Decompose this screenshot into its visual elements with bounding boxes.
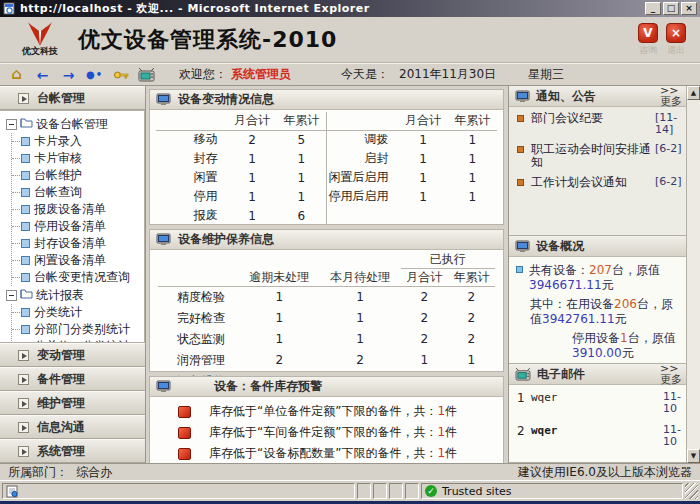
tree-item-scrapped-list[interactable]: 报废设备清单 — [12, 201, 142, 218]
current-user: 系统管理员 — [231, 66, 291, 83]
warning-item[interactable]: 库存低于“单位备件定额”下限的备件，共：1件 — [150, 401, 503, 422]
tree-item-change-query[interactable]: 台帐变更情况查询 — [12, 269, 142, 286]
change-table-left: 月合计 年累计 移动25 封存11 闲置11 停用11 报废16 — [156, 112, 326, 225]
title-bar: http://localhost - 欢迎... - Microsoft Int… — [0, 0, 700, 17]
minimize-button[interactable]: _ — [645, 2, 661, 15]
monitor-icon — [156, 380, 171, 393]
refresh-dots-icon[interactable]: ●• — [86, 67, 103, 82]
toolbar: ⌂ ← → ●• 欢迎您： 系统管理员 今天是： 2011年11月30日 星期三 — [0, 63, 700, 86]
section-header: 设备概况 — [509, 236, 686, 257]
department-label: 所属部门： — [8, 464, 68, 481]
warning-item[interactable]: 库存低于“车间备件定额”下限的备件，共：1件 — [150, 422, 503, 443]
maintenance-panel: 设备维护保养信息 已执行 逾期未处理 本月待处理 月合计 年累计 — [149, 229, 504, 372]
forward-icon[interactable]: → — [60, 67, 77, 82]
tree-item-sealed-list[interactable]: 封存设备清单 — [12, 235, 142, 252]
department-value: 综合办 — [76, 464, 112, 481]
panel-title: 设备变动情况信息 — [178, 91, 274, 108]
table-row: 精度检验1122 — [158, 287, 495, 308]
restore-button[interactable]: □ — [663, 2, 679, 15]
browser-window: http://localhost - 欢迎... - Microsoft Int… — [0, 0, 700, 504]
notices-section: 通知、公告 >>更多 部门会议纪要 [11-14] 职工运动会时间安排通知 [6… — [509, 86, 686, 236]
tree-item-ledger-maintain[interactable]: 台帐维护 — [12, 167, 142, 184]
resize-grip[interactable] — [685, 483, 698, 499]
tree-item-ledger-query[interactable]: 台帐查询 — [12, 184, 142, 201]
notice-item[interactable]: 部门会议纪要 [11-14] — [515, 112, 683, 136]
panel-title: 设备：备件库存预警 — [214, 378, 322, 395]
email-item[interactable]: 1 wqer 11-10 — [517, 391, 683, 415]
table-row: 移动25 — [156, 130, 326, 149]
notice-item[interactable]: 职工运动会时间安排通知 [6-2] — [515, 143, 683, 169]
welcome-bar: 欢迎您： 系统管理员 今天是： 2011年11月30日 星期三 — [179, 66, 564, 83]
exit-label: 退出 — [666, 44, 686, 57]
more-link[interactable]: >>更多 — [660, 85, 684, 107]
monitor-icon — [515, 90, 530, 103]
alert-icon — [178, 427, 191, 439]
tree-item-stopped-list[interactable]: 停用设备清单 — [12, 218, 142, 235]
consult-label: 咨询 — [638, 44, 658, 57]
company-logo: 优文科技 — [14, 21, 66, 58]
close-button[interactable]: × — [681, 2, 697, 15]
toolbar-icons: ⌂ ← → ●• — [8, 67, 155, 82]
table-row: 完好检查1122 — [158, 308, 495, 329]
change-table-right: 月合计 年累计 调拨11 启封11 闲置后启用11 停用后启用11 — [327, 112, 497, 206]
exit-button[interactable]: × — [666, 23, 686, 43]
scroll-down-button[interactable]: ▼ — [687, 449, 700, 463]
sidebar-section-maintain[interactable]: 维护管理 — [0, 391, 145, 415]
page-icon — [21, 205, 30, 214]
logo-v-icon — [25, 21, 55, 47]
page-icon — [21, 154, 30, 163]
current-date: 2011年11月30日 — [399, 66, 496, 83]
tree-item-dept-class-stat[interactable]: 分部门分类别统计 — [12, 321, 142, 338]
sidebar-section-spareparts[interactable]: 备件管理 — [0, 367, 145, 391]
collapse-icon[interactable] — [6, 290, 17, 301]
bullet-icon — [517, 146, 524, 153]
page-icon — [21, 222, 30, 231]
key-icon[interactable] — [112, 67, 129, 82]
ie-page-icon — [3, 2, 16, 15]
warning-item[interactable]: 库存低于“设备标配数量”下限的备件，共：1件 — [150, 443, 503, 464]
more-link[interactable]: >>更多 — [660, 363, 684, 385]
mail-tv-icon[interactable] — [138, 67, 155, 82]
tree-node-label: 统计报表 — [36, 287, 84, 304]
monitor-icon — [515, 240, 530, 253]
tree-item-idle-list[interactable]: 闲置设备清单 — [12, 252, 142, 269]
page-icon — [21, 308, 30, 317]
tree-item-card-review[interactable]: 卡片审核 — [12, 150, 142, 167]
page-icon — [21, 325, 30, 334]
notice-item[interactable]: 工作计划会议通知 [6-2] — [515, 176, 683, 189]
section-expand-icon — [18, 93, 29, 104]
maintenance-table: 已执行 逾期未处理 本月待处理 月合计 年累计 精度检验1122 完好检查112… — [158, 251, 495, 392]
vertical-scrollbar[interactable]: ▲ ▼ — [686, 86, 700, 463]
security-zone-pane: ✓ Trusted sites — [421, 483, 683, 499]
home-icon[interactable]: ⌂ — [8, 67, 25, 82]
sidebar-section-system[interactable]: 系统管理 — [0, 439, 145, 463]
sidebar-section-ledger[interactable]: 台帐管理 — [0, 86, 145, 110]
page-icon — [21, 256, 30, 265]
page-icon — [21, 239, 30, 248]
tree-item-class-stat[interactable]: 分类统计 — [12, 304, 142, 321]
sidebar-section-info[interactable]: 信息沟通 — [0, 415, 145, 439]
alert-icon — [178, 448, 191, 460]
bullet-icon — [516, 266, 523, 273]
alert-icon — [178, 406, 191, 418]
warning-list: 库存低于“单位备件定额”下限的备件，共：1件 库存低于“车间备件定额”下限的备件… — [150, 397, 503, 468]
tree-node-stat-reports[interactable]: 统计报表 — [6, 286, 142, 304]
panel-header: 设备变动情况信息 — [150, 90, 503, 110]
overview-line: 共有设备：207台，原值3946671.11元 — [515, 263, 682, 293]
consult-button[interactable]: V — [638, 23, 658, 43]
collapse-icon[interactable] — [6, 119, 17, 130]
bullet-icon — [517, 179, 524, 186]
section-expand-icon — [18, 422, 29, 433]
scroll-up-button[interactable]: ▲ — [687, 86, 700, 100]
table-row: 闲置后启用11 — [327, 168, 497, 187]
check-icon: ✓ — [425, 485, 437, 497]
tree-node-ledger-mgmt[interactable]: 设备台帐管理 — [6, 115, 142, 133]
nav-tree: 设备台帐管理 卡片录入 卡片审核 台帐维护 台帐查询 报废设备清单 停用设备清单… — [0, 110, 145, 343]
scrollbar-track[interactable] — [687, 100, 700, 449]
tree-item-card-entry[interactable]: 卡片录入 — [12, 133, 142, 150]
sidebar-section-change[interactable]: 变动管理 — [0, 343, 145, 367]
email-item[interactable]: 2 wqer 11-10 — [517, 424, 683, 448]
right-panel: 通知、公告 >>更多 部门会议纪要 [11-14] 职工运动会时间安排通知 [6… — [508, 86, 686, 463]
back-icon[interactable]: ← — [34, 67, 51, 82]
sidebar-accordions: 变动管理 备件管理 维护管理 信息沟通 系统管理 — [0, 343, 145, 463]
